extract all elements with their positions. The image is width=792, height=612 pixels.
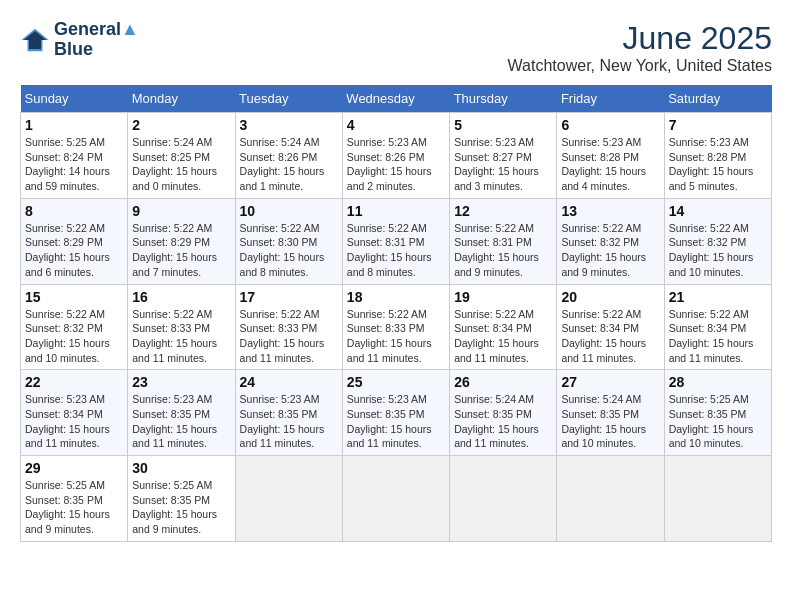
calendar-week-row: 15Sunrise: 5:22 AMSunset: 8:32 PMDayligh…: [21, 284, 772, 370]
day-number: 2: [132, 117, 230, 133]
header: General▲ Blue June 2025 Watchtower, New …: [20, 20, 772, 75]
day-info: Sunrise: 5:22 AMSunset: 8:32 PMDaylight:…: [669, 221, 767, 280]
calendar-table: Sunday Monday Tuesday Wednesday Thursday…: [20, 85, 772, 542]
header-monday: Monday: [128, 85, 235, 113]
table-row: [235, 456, 342, 542]
day-number: 28: [669, 374, 767, 390]
calendar-week-row: 8Sunrise: 5:22 AMSunset: 8:29 PMDaylight…: [21, 198, 772, 284]
day-info: Sunrise: 5:24 AMSunset: 8:26 PMDaylight:…: [240, 135, 338, 194]
header-thursday: Thursday: [450, 85, 557, 113]
table-row: [342, 456, 449, 542]
table-row: 29Sunrise: 5:25 AMSunset: 8:35 PMDayligh…: [21, 456, 128, 542]
day-info: Sunrise: 5:22 AMSunset: 8:34 PMDaylight:…: [561, 307, 659, 366]
header-wednesday: Wednesday: [342, 85, 449, 113]
table-row: 15Sunrise: 5:22 AMSunset: 8:32 PMDayligh…: [21, 284, 128, 370]
day-number: 6: [561, 117, 659, 133]
calendar-title: June 2025: [508, 20, 772, 57]
day-number: 29: [25, 460, 123, 476]
day-info: Sunrise: 5:23 AMSunset: 8:27 PMDaylight:…: [454, 135, 552, 194]
table-row: 27Sunrise: 5:24 AMSunset: 8:35 PMDayligh…: [557, 370, 664, 456]
day-info: Sunrise: 5:22 AMSunset: 8:31 PMDaylight:…: [454, 221, 552, 280]
header-tuesday: Tuesday: [235, 85, 342, 113]
table-row: 25Sunrise: 5:23 AMSunset: 8:35 PMDayligh…: [342, 370, 449, 456]
day-info: Sunrise: 5:23 AMSunset: 8:26 PMDaylight:…: [347, 135, 445, 194]
day-info: Sunrise: 5:22 AMSunset: 8:30 PMDaylight:…: [240, 221, 338, 280]
table-row: 8Sunrise: 5:22 AMSunset: 8:29 PMDaylight…: [21, 198, 128, 284]
header-sunday: Sunday: [21, 85, 128, 113]
day-number: 15: [25, 289, 123, 305]
day-number: 19: [454, 289, 552, 305]
day-info: Sunrise: 5:25 AMSunset: 8:24 PMDaylight:…: [25, 135, 123, 194]
table-row: 30Sunrise: 5:25 AMSunset: 8:35 PMDayligh…: [128, 456, 235, 542]
day-number: 9: [132, 203, 230, 219]
day-info: Sunrise: 5:22 AMSunset: 8:29 PMDaylight:…: [132, 221, 230, 280]
logo: General▲ Blue: [20, 20, 139, 60]
calendar-header-row: Sunday Monday Tuesday Wednesday Thursday…: [21, 85, 772, 113]
day-number: 25: [347, 374, 445, 390]
table-row: [450, 456, 557, 542]
table-row: 1Sunrise: 5:25 AMSunset: 8:24 PMDaylight…: [21, 113, 128, 199]
table-row: 21Sunrise: 5:22 AMSunset: 8:34 PMDayligh…: [664, 284, 771, 370]
logo-text: General▲ Blue: [54, 20, 139, 60]
table-row: 18Sunrise: 5:22 AMSunset: 8:33 PMDayligh…: [342, 284, 449, 370]
table-row: 13Sunrise: 5:22 AMSunset: 8:32 PMDayligh…: [557, 198, 664, 284]
table-row: 24Sunrise: 5:23 AMSunset: 8:35 PMDayligh…: [235, 370, 342, 456]
day-number: 13: [561, 203, 659, 219]
calendar-week-row: 29Sunrise: 5:25 AMSunset: 8:35 PMDayligh…: [21, 456, 772, 542]
day-info: Sunrise: 5:22 AMSunset: 8:32 PMDaylight:…: [25, 307, 123, 366]
day-number: 5: [454, 117, 552, 133]
table-row: 11Sunrise: 5:22 AMSunset: 8:31 PMDayligh…: [342, 198, 449, 284]
day-number: 21: [669, 289, 767, 305]
day-number: 16: [132, 289, 230, 305]
day-number: 30: [132, 460, 230, 476]
table-row: 22Sunrise: 5:23 AMSunset: 8:34 PMDayligh…: [21, 370, 128, 456]
calendar-subtitle: Watchtower, New York, United States: [508, 57, 772, 75]
table-row: 28Sunrise: 5:25 AMSunset: 8:35 PMDayligh…: [664, 370, 771, 456]
day-number: 20: [561, 289, 659, 305]
day-info: Sunrise: 5:25 AMSunset: 8:35 PMDaylight:…: [132, 478, 230, 537]
table-row: 23Sunrise: 5:23 AMSunset: 8:35 PMDayligh…: [128, 370, 235, 456]
day-info: Sunrise: 5:23 AMSunset: 8:28 PMDaylight:…: [561, 135, 659, 194]
table-row: 6Sunrise: 5:23 AMSunset: 8:28 PMDaylight…: [557, 113, 664, 199]
table-row: 17Sunrise: 5:22 AMSunset: 8:33 PMDayligh…: [235, 284, 342, 370]
day-number: 23: [132, 374, 230, 390]
day-info: Sunrise: 5:23 AMSunset: 8:35 PMDaylight:…: [240, 392, 338, 451]
calendar-week-row: 1Sunrise: 5:25 AMSunset: 8:24 PMDaylight…: [21, 113, 772, 199]
day-number: 8: [25, 203, 123, 219]
day-info: Sunrise: 5:23 AMSunset: 8:28 PMDaylight:…: [669, 135, 767, 194]
table-row: 5Sunrise: 5:23 AMSunset: 8:27 PMDaylight…: [450, 113, 557, 199]
logo-icon: [20, 25, 50, 55]
day-number: 27: [561, 374, 659, 390]
table-row: [557, 456, 664, 542]
table-row: 20Sunrise: 5:22 AMSunset: 8:34 PMDayligh…: [557, 284, 664, 370]
table-row: [664, 456, 771, 542]
day-info: Sunrise: 5:24 AMSunset: 8:35 PMDaylight:…: [454, 392, 552, 451]
table-row: 7Sunrise: 5:23 AMSunset: 8:28 PMDaylight…: [664, 113, 771, 199]
day-info: Sunrise: 5:22 AMSunset: 8:33 PMDaylight:…: [347, 307, 445, 366]
day-number: 26: [454, 374, 552, 390]
table-row: 3Sunrise: 5:24 AMSunset: 8:26 PMDaylight…: [235, 113, 342, 199]
table-row: 14Sunrise: 5:22 AMSunset: 8:32 PMDayligh…: [664, 198, 771, 284]
day-info: Sunrise: 5:22 AMSunset: 8:32 PMDaylight:…: [561, 221, 659, 280]
day-number: 24: [240, 374, 338, 390]
day-info: Sunrise: 5:22 AMSunset: 8:33 PMDaylight:…: [240, 307, 338, 366]
calendar-week-row: 22Sunrise: 5:23 AMSunset: 8:34 PMDayligh…: [21, 370, 772, 456]
table-row: 10Sunrise: 5:22 AMSunset: 8:30 PMDayligh…: [235, 198, 342, 284]
day-info: Sunrise: 5:23 AMSunset: 8:35 PMDaylight:…: [347, 392, 445, 451]
day-info: Sunrise: 5:22 AMSunset: 8:33 PMDaylight:…: [132, 307, 230, 366]
header-saturday: Saturday: [664, 85, 771, 113]
day-info: Sunrise: 5:22 AMSunset: 8:34 PMDaylight:…: [669, 307, 767, 366]
day-number: 4: [347, 117, 445, 133]
title-section: June 2025 Watchtower, New York, United S…: [508, 20, 772, 75]
day-info: Sunrise: 5:25 AMSunset: 8:35 PMDaylight:…: [669, 392, 767, 451]
day-info: Sunrise: 5:22 AMSunset: 8:29 PMDaylight:…: [25, 221, 123, 280]
day-info: Sunrise: 5:24 AMSunset: 8:35 PMDaylight:…: [561, 392, 659, 451]
day-number: 12: [454, 203, 552, 219]
table-row: 12Sunrise: 5:22 AMSunset: 8:31 PMDayligh…: [450, 198, 557, 284]
day-number: 17: [240, 289, 338, 305]
day-number: 11: [347, 203, 445, 219]
day-number: 18: [347, 289, 445, 305]
table-row: 2Sunrise: 5:24 AMSunset: 8:25 PMDaylight…: [128, 113, 235, 199]
day-info: Sunrise: 5:22 AMSunset: 8:34 PMDaylight:…: [454, 307, 552, 366]
day-number: 22: [25, 374, 123, 390]
